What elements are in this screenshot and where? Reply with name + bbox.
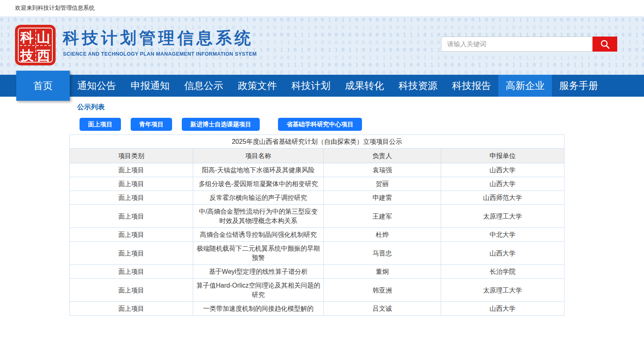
filter-button-面上项目[interactable]: 面上项目 bbox=[80, 118, 121, 131]
column-header-申报单位: 申报单位 bbox=[441, 149, 564, 163]
filter-button-省基础学科研究中心项目[interactable]: 省基础学科研究中心项目 bbox=[278, 118, 362, 131]
welcome-bar: 欢迎来到科技计划管理信息系统 bbox=[0, 0, 644, 16]
cell-name: 阳高-天镇盆地地下水循环及其健康风险 bbox=[193, 163, 324, 177]
section-title: 公示列表 bbox=[77, 102, 564, 112]
nav-item-首页[interactable]: 首页 bbox=[16, 71, 70, 101]
cell-name: 算子值Hard-Orlicz空间理论及其相关问题的研究 bbox=[193, 279, 324, 302]
search-button[interactable] bbox=[592, 37, 617, 52]
cell-cat: 面上项目 bbox=[70, 163, 193, 177]
nav-item-高新企业[interactable]: 高新企业 bbox=[498, 75, 552, 97]
cell-name: 极端随机载荷下二元机翼系统中颤振的早期预警 bbox=[193, 242, 324, 265]
main-nav: 首页通知公告申报通知信息公示政策文件科技计划成果转化科技资源科技报告高新企业服务… bbox=[0, 75, 644, 97]
table-row: 面上项目阳高-天镇盆地地下水循环及其健康风险袁瑞强山西大学 bbox=[70, 163, 564, 177]
table-title: 2025年度山西省基础研究计划（自由探索类）立项项目公示 bbox=[70, 135, 564, 149]
cell-person: 杜烨 bbox=[324, 228, 441, 242]
publication-table: 2025年度山西省基础研究计划（自由探索类）立项项目公示项目类别项目名称负责人申… bbox=[69, 134, 564, 316]
table-row: 面上项目高熵合金位错诱导控制晶间强化机制研究杜烨中北大学 bbox=[70, 228, 564, 242]
cell-name: 反常霍尔横向输运的声子调控研究 bbox=[193, 191, 324, 205]
cell-org: 山西大学 bbox=[441, 177, 564, 191]
cell-person: 贺丽 bbox=[324, 177, 441, 191]
page: 欢迎来到科技计划管理信息系统 0100010110011000101000110… bbox=[0, 0, 644, 351]
filter-button-row: 面上项目青年项目新进博士自选课题项目省基础学科研究中心项目 bbox=[80, 118, 564, 131]
cell-person: 王建军 bbox=[324, 205, 441, 228]
nav-item-申报通知[interactable]: 申报通知 bbox=[123, 75, 177, 97]
table-header-row: 项目类别项目名称负责人申报单位 bbox=[70, 149, 564, 163]
cell-name: 中/高熵合金塑性流动行为中的第三型应变时效及其物理概念本构关系 bbox=[193, 205, 324, 228]
cell-cat: 面上项目 bbox=[70, 279, 193, 302]
cell-cat: 面上项目 bbox=[70, 228, 193, 242]
cell-org: 太原理工大学 bbox=[441, 205, 564, 228]
site-title: 科技计划管理信息系统 bbox=[63, 26, 256, 50]
logo-char: 技 bbox=[19, 47, 35, 65]
logo-char: 科 bbox=[19, 28, 35, 47]
cell-person: 董炯 bbox=[324, 265, 441, 279]
nav-item-服务手册[interactable]: 服务手册 bbox=[552, 75, 605, 97]
cell-cat: 面上项目 bbox=[70, 265, 193, 279]
cell-org: 山西大学 bbox=[441, 163, 564, 177]
cell-org: 太原理工大学 bbox=[441, 279, 564, 302]
search-input[interactable] bbox=[441, 37, 592, 52]
filter-button-青年项目[interactable]: 青年项目 bbox=[131, 118, 172, 131]
logo-char: 山 bbox=[35, 28, 52, 47]
nav-item-政策文件[interactable]: 政策文件 bbox=[230, 75, 284, 97]
nav-item-科技报告[interactable]: 科技报告 bbox=[445, 75, 498, 97]
table-row: 面上项目中/高熵合金塑性流动行为中的第三型应变时效及其物理概念本构关系王建军太原… bbox=[70, 205, 564, 228]
cell-cat: 面上项目 bbox=[70, 302, 193, 316]
nav-item-通知公告[interactable]: 通知公告 bbox=[70, 75, 123, 97]
nav-item-信息公示[interactable]: 信息公示 bbox=[177, 75, 230, 97]
welcome-text: 欢迎来到科技计划管理信息系统 bbox=[15, 4, 95, 12]
table-row: 面上项目基于Weyl型定理的线性算子谱分析董炯长治学院 bbox=[70, 265, 564, 279]
cell-cat: 面上项目 bbox=[70, 242, 193, 265]
logo-seal: 科山技西 bbox=[18, 28, 53, 63]
site-header: 0100010110011000101000110010011001001001… bbox=[0, 16, 644, 75]
search-icon bbox=[600, 39, 610, 50]
table-row: 面上项目一类带加速度机制的间接趋化模型解的吕文诚山西大学 bbox=[70, 302, 564, 316]
table-row: 面上项目反常霍尔横向输运的声子调控研究申建雷山西师范大学 bbox=[70, 191, 564, 205]
cell-org: 山西大学 bbox=[441, 242, 564, 265]
column-header-项目类别: 项目类别 bbox=[70, 149, 193, 163]
cell-cat: 面上项目 bbox=[70, 205, 193, 228]
cell-person: 韩亚洲 bbox=[324, 279, 441, 302]
cell-cat: 面上项目 bbox=[70, 191, 193, 205]
main-content: 公示列表 面上项目青年项目新进博士自选课题项目省基础学科研究中心项目 2025年… bbox=[69, 102, 564, 316]
filter-button-新进博士自选课题项目[interactable]: 新进博士自选课题项目 bbox=[182, 118, 260, 131]
cell-org: 长治学院 bbox=[441, 265, 564, 279]
nav-item-成果转化[interactable]: 成果转化 bbox=[338, 75, 391, 97]
table-row: 面上项目极端随机载荷下二元机翼系统中颤振的早期预警马晋忠山西大学 bbox=[70, 242, 564, 265]
column-header-负责人: 负责人 bbox=[324, 149, 441, 163]
cell-org: 中北大学 bbox=[441, 228, 564, 242]
logo-char: 西 bbox=[35, 47, 52, 65]
table-row: 面上项目多组分玻色-爱因斯坦凝聚体中的相变研究贺丽山西大学 bbox=[70, 177, 564, 191]
site-logo[interactable]: 科山技西 bbox=[15, 25, 56, 65]
brand-block: 科技计划管理信息系统 SCIENCE AND TECHNOLOGY PLAN M… bbox=[63, 26, 256, 57]
cell-name: 高熵合金位错诱导控制晶间强化机制研究 bbox=[193, 228, 324, 242]
nav-item-科技计划[interactable]: 科技计划 bbox=[284, 75, 338, 97]
nav-list: 首页通知公告申报通知信息公示政策文件科技计划成果转化科技资源科技报告高新企业服务… bbox=[0, 75, 644, 97]
cell-person: 袁瑞强 bbox=[324, 163, 441, 177]
cell-org: 山西大学 bbox=[441, 302, 564, 316]
column-header-项目名称: 项目名称 bbox=[193, 149, 324, 163]
cell-person: 申建雷 bbox=[324, 191, 441, 205]
nav-item-科技资源[interactable]: 科技资源 bbox=[391, 75, 445, 97]
table-row: 面上项目算子值Hard-Orlicz空间理论及其相关问题的研究韩亚洲太原理工大学 bbox=[70, 279, 564, 302]
cell-person: 吕文诚 bbox=[324, 302, 441, 316]
search-box bbox=[441, 37, 617, 52]
cell-org: 山西师范大学 bbox=[441, 191, 564, 205]
cell-person: 马晋忠 bbox=[324, 242, 441, 265]
cell-cat: 面上项目 bbox=[70, 177, 193, 191]
cell-name: 一类带加速度机制的间接趋化模型解的 bbox=[193, 302, 324, 316]
cell-name: 多组分玻色-爱因斯坦凝聚体中的相变研究 bbox=[193, 177, 324, 191]
site-subtitle: SCIENCE AND TECHNOLOGY PLAN MANAGEMENT I… bbox=[63, 51, 256, 57]
cell-name: 基于Weyl型定理的线性算子谱分析 bbox=[193, 265, 324, 279]
